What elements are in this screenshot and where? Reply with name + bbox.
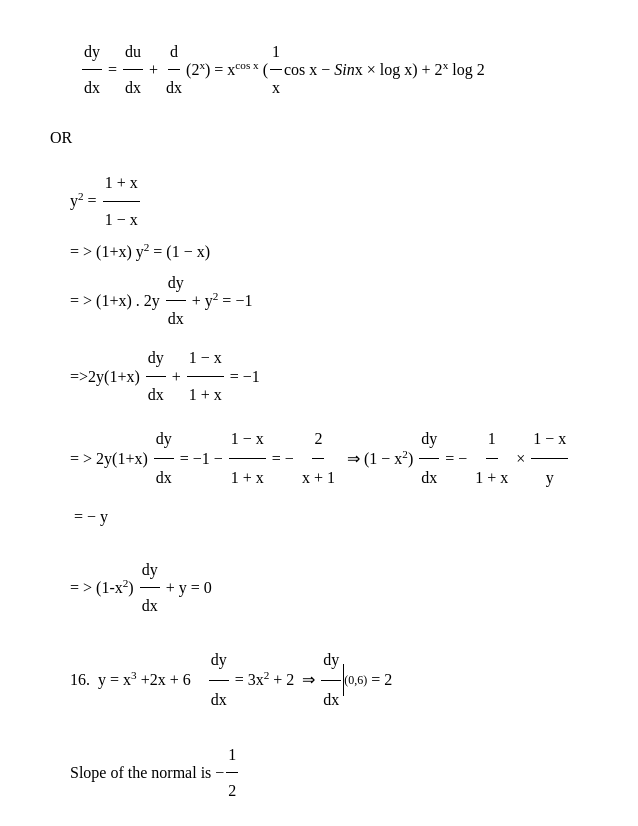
frac-dy-dx-6: dy dx [140,552,160,623]
frac-1mx-y: 1 − x y [531,420,568,498]
frac-dy-dx-4: dy dx [154,420,174,498]
frac-1px-1mx: 1 + x 1 − x [103,165,140,236]
frac-one-x: 1 x [270,34,282,105]
frac-2-xp1: 2 x + 1 [300,420,337,498]
equation-y2: y2 = 1 + x 1 − x [70,165,588,236]
frac-du-dx: du dx [123,34,143,105]
equation-1: dy dx = du dx + d dx (2x) = xcos x ( 1 x… [80,34,588,105]
frac-1-1px: 1 1 + x [473,420,510,498]
equation-7: = > (1-x2) dy dx + y = 0 [70,552,588,623]
frac-dy-dx-2: dy dx [166,265,186,336]
frac-dy-dx-q16b: dy dx [321,641,341,719]
equation-4: = > (1+x) . 2y dy dx + y2 = −1 [70,265,588,336]
equation-5: =>2y(1+x) dy dx + 1 − x 1 + x = −1 [70,340,588,411]
frac-dy-dx-5: dy dx [419,420,439,498]
frac-1mx-1px: 1 − x 1 + x [187,340,224,411]
or-label: OR [50,129,588,147]
frac-dy-dx-3: dy dx [146,340,166,411]
frac-dy-dx: dy dx [82,34,102,105]
equation-6: = > 2y(1+x) dy dx = −1 − 1 − x 1 + x = −… [70,420,588,536]
slope-normal: Slope of the normal is − 1 2 [70,737,588,808]
frac-1-2-slope: 1 2 [226,737,238,808]
question-16: 16. y = x3 +2x + 6 dy dx = 3x2 + 2 ⇒ dy … [70,641,588,719]
equation-3: = > (1+x) y2 = (1 − x) [70,241,588,261]
frac-d-dx: d dx [164,34,184,105]
frac-dy-dx-q16: dy dx [209,641,229,719]
frac-1mx-1px-2: 1 − x 1 + x [229,420,266,498]
page-content: dy dx = du dx + d dx (2x) = xcos x ( 1 x… [50,34,588,826]
